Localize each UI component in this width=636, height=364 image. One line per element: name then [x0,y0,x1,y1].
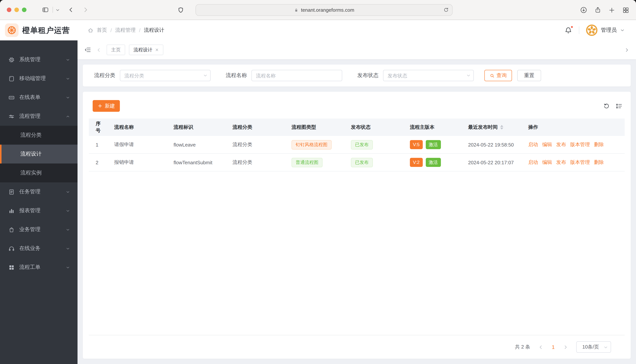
action-edit[interactable]: 编辑 [542,141,552,148]
action-version-management[interactable]: 版本管理 [570,141,590,148]
sort-icons[interactable] [500,125,503,130]
row-diagram-type: 钉钉风格流程图 [287,140,346,149]
forward-button-icon[interactable] [82,6,89,13]
main-area: 主页 流程设计 [78,40,636,364]
row-flow-key: flowLeave [169,142,228,148]
sidebar-item-flow-design[interactable]: 流程设计 [0,144,78,164]
row-actions: 启动 编辑 发布 版本管理 删除 [524,159,625,166]
flow-name-input[interactable] [252,70,342,81]
zoom-window-button[interactable] [22,8,27,12]
reset-button[interactable]: 重置 [517,70,541,81]
tab-label: 主页 [111,47,121,53]
col-published-at-label: 最近发布时间 [468,124,498,131]
tab-overview-icon[interactable] [622,6,629,14]
next-page-icon[interactable] [563,344,568,350]
action-publish[interactable]: 发布 [556,141,566,148]
page-size-select[interactable]: 10条/页 [576,341,611,353]
close-tab-icon[interactable] [155,48,159,52]
search-button[interactable]: 查询 [484,70,512,81]
brand: 橙单租户运营 [0,24,78,37]
sidebar-item-flow-instance[interactable]: 流程实例 [0,164,78,182]
gear-icon [8,56,15,63]
share-icon[interactable] [594,6,601,14]
sidebar-item-online-business[interactable]: 在线业务 [0,239,78,258]
sidebar-item-flow-workorder[interactable]: 流程工单 [0,258,78,277]
refresh-icon[interactable] [603,102,610,109]
table-toolbar: 新建 [89,100,625,112]
chevron-down-icon [466,73,471,78]
sidebar-item-online-forms[interactable]: 在线表单 [0,88,78,107]
prev-page-icon[interactable] [538,344,543,350]
browser-chrome: tenant.orangeforms.com [0,0,636,20]
sort-asc-icon[interactable] [500,125,503,127]
publish-status-select-input[interactable] [383,70,474,81]
sidebar-item-flow-category[interactable]: 流程分类 [0,126,78,144]
tab-home[interactable]: 主页 [107,44,125,55]
breadcrumb-flow-management[interactable]: 流程管理 [115,27,136,34]
sidebar-item-mobile-management[interactable]: 移动端管理 [0,69,78,88]
back-button-icon[interactable] [68,6,74,13]
page-number[interactable]: 1 [552,344,555,350]
breadcrumb-home[interactable]: 首页 [97,27,107,34]
sidebar-item-report-management[interactable]: 报表管理 [0,201,78,220]
sidebar-item-label: 流程工单 [19,264,41,271]
close-window-button[interactable] [7,8,11,12]
sidebar-item-business-management[interactable]: 业务管理 [0,220,78,239]
col-actions: 操作 [524,124,625,131]
sidebar-item-flow-management[interactable]: 流程管理 [0,107,78,126]
notification-badge [571,26,573,28]
row-index: 1 [89,142,110,148]
col-publish-status: 发布状态 [346,124,405,131]
traffic-lights [7,8,27,12]
browser-window: tenant.orangeforms.com [0,0,636,364]
user-menu[interactable]: 管理员 [586,24,625,36]
row-flow-category: 流程分类 [228,159,287,166]
sidebar-item-task-management[interactable]: 任务管理 [0,182,78,201]
new-tab-icon[interactable] [608,6,615,14]
tabs-scroll-right-icon[interactable] [624,48,629,52]
privacy-shield-icon[interactable] [178,6,184,14]
action-delete[interactable]: 删除 [594,141,604,148]
version-state-tag: 激活 [426,140,441,149]
app-title: 橙单租户运营 [22,25,70,35]
notification-bell-icon[interactable] [564,26,572,34]
sort-desc-icon[interactable] [500,128,503,130]
chevron-down-icon [66,246,70,250]
flow-category-select[interactable] [120,70,210,81]
version-state-tag: 激活 [426,158,441,167]
app-logo-icon [5,24,19,37]
action-edit[interactable]: 编辑 [542,159,552,166]
sidebar-chevron-down-icon[interactable] [56,8,60,12]
flow-category-select-input[interactable] [120,70,210,81]
tab-flow-design[interactable]: 流程设计 [129,44,163,55]
diagram-type-tag: 普通流程图 [292,158,323,167]
page-size-value: 10条/页 [582,344,599,350]
collapse-menu-icon[interactable] [84,46,91,53]
grid-icon [8,264,15,270]
app: 橙单租户运营 首页 / 流程管理 / 流程设计 [0,20,636,364]
publish-status-select[interactable] [383,70,474,81]
tabs-scroll-left-icon[interactable] [96,48,101,52]
minimize-window-button[interactable] [14,8,19,12]
screen: tenant.orangeforms.com [0,0,636,364]
new-button[interactable]: 新建 [93,100,120,112]
version-tag: V:2 [410,158,422,167]
sidebar-item-system-management[interactable]: 系统管理 [0,50,78,69]
tab-label: 流程设计 [133,47,152,53]
action-publish[interactable]: 发布 [556,159,566,166]
sidebar-toggle-icon[interactable] [42,6,49,13]
action-start[interactable]: 启动 [528,159,538,166]
row-height-icon[interactable] [615,102,622,109]
publish-status-tag: 已发布 [351,140,373,149]
sidebar-item-label: 系统管理 [19,56,41,63]
action-delete[interactable]: 删除 [594,159,604,166]
action-start[interactable]: 启动 [528,141,538,148]
chrome-right-controls [580,0,629,20]
action-version-management[interactable]: 版本管理 [570,159,590,166]
col-published-at: 最近发布时间 [464,124,524,131]
chevron-down-icon [66,58,70,62]
reload-icon[interactable] [443,7,449,13]
row-main-version: V:5 激活 [405,140,464,149]
downloads-icon[interactable] [580,6,587,14]
address-bar[interactable]: tenant.orangeforms.com [195,4,453,16]
